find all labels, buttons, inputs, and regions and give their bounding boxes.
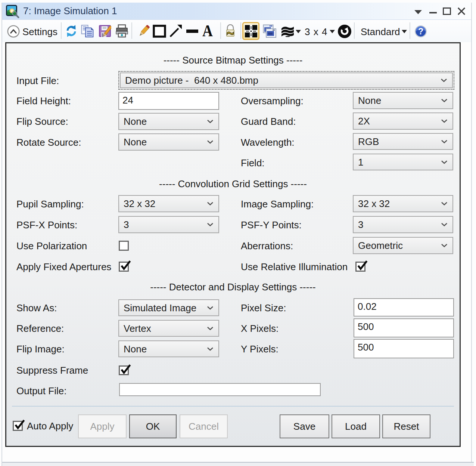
svg-text:?: ? [418,27,423,36]
